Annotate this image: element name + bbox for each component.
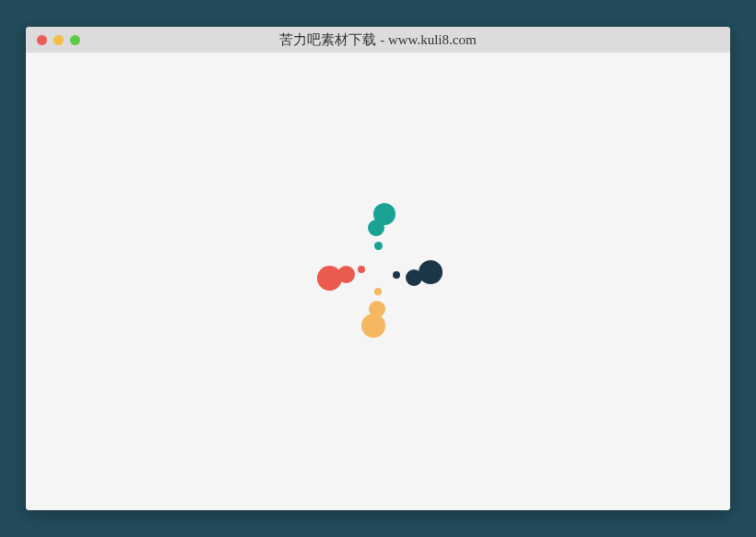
minimize-button[interactable] [53,35,64,45]
window-title: 苦力吧素材下载 - www.kuli8.com [35,31,721,49]
window-content [26,53,730,510]
browser-window: 苦力吧素材下载 - www.kuli8.com [26,27,730,510]
traffic-lights [37,35,80,45]
loading-spinner [304,203,452,351]
maximize-button[interactable] [70,35,80,45]
close-button[interactable] [37,35,47,45]
window-titlebar: 苦力吧素材下载 - www.kuli8.com [26,27,730,53]
